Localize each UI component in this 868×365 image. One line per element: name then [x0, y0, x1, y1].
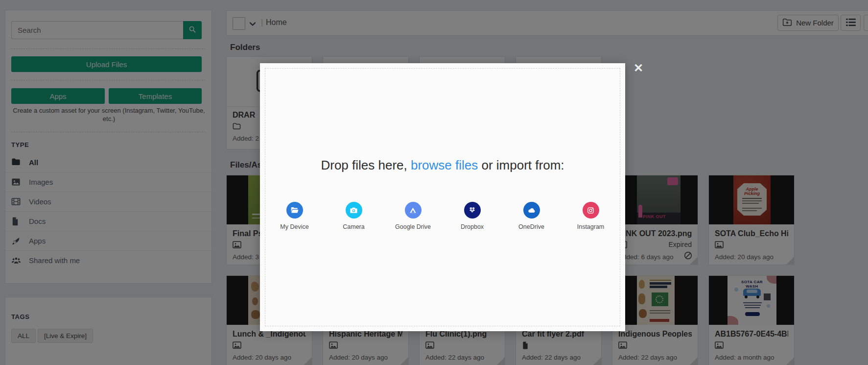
provider-label: Instagram: [577, 223, 605, 230]
onedrive-cloud-icon: [523, 202, 540, 219]
import-providers: My Device Camera Google Drive Dropbox: [260, 202, 625, 230]
heading-text: Drop files here,: [321, 158, 411, 172]
provider-onedrive[interactable]: OneDrive: [515, 202, 548, 230]
provider-label: Google Drive: [395, 223, 431, 230]
provider-dropbox[interactable]: Dropbox: [456, 202, 489, 230]
provider-label: Camera: [343, 223, 364, 230]
provider-instagram[interactable]: Instagram: [574, 202, 608, 230]
upload-modal: Drop files here, browse files or import …: [260, 63, 625, 331]
dropzone-heading: Drop files here, browse files or import …: [289, 156, 596, 174]
browse-files-link[interactable]: browse files: [411, 158, 478, 172]
heading-text: or import from:: [478, 158, 564, 172]
provider-label: My Device: [280, 223, 308, 230]
camera-icon: [346, 202, 362, 219]
provider-google-drive[interactable]: Google Drive: [397, 202, 430, 230]
file-manager-page: Upload Files Apps Templates Create a cus…: [0, 0, 868, 365]
provider-label: OneDrive: [518, 223, 544, 230]
dropbox-icon: [464, 202, 481, 219]
file-dropzone[interactable]: [265, 68, 620, 326]
instagram-icon: [583, 202, 599, 219]
close-icon[interactable]: ✕: [633, 62, 643, 74]
google-drive-icon: [405, 202, 422, 219]
provider-my-device[interactable]: My Device: [278, 202, 311, 230]
open-folder-icon: [286, 202, 303, 219]
provider-camera[interactable]: Camera: [337, 202, 371, 230]
provider-label: Dropbox: [461, 223, 484, 230]
